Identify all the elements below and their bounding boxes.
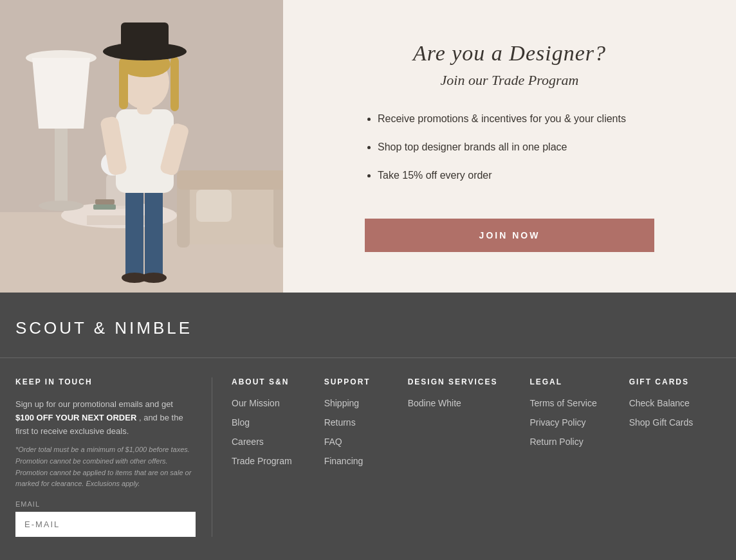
hero-title: Are you a Designer? [413, 41, 606, 66]
benefit-item-2: Shop top designer brands all in one plac… [378, 140, 654, 155]
about-link-2[interactable]: Careers [232, 437, 292, 447]
keep-in-touch-highlight: $100 OFF YOUR NEXT ORDER [15, 413, 136, 422]
benefits-list: Receive promotions & incentives for you … [365, 111, 654, 196]
svg-rect-13 [125, 183, 143, 280]
svg-point-7 [39, 201, 84, 211]
about-link-0[interactable]: Our Mission [232, 398, 292, 408]
about-link-1[interactable]: Blog [232, 417, 292, 428]
support-title: SUPPORT [324, 377, 376, 386]
join-now-button[interactable]: JOIN NOW [365, 219, 654, 252]
footer-columns: KEEP IN TOUCH Sign up for our promotiona… [0, 377, 736, 537]
svg-rect-31 [196, 190, 232, 222]
top-section: Are you a Designer? Join our Trade Progr… [0, 0, 736, 293]
support-link-3[interactable]: Financing [324, 456, 376, 466]
about-title: ABOUT S&N [232, 377, 292, 386]
hero-image [0, 0, 283, 293]
legal-link-2[interactable]: Return Policy [529, 437, 596, 447]
svg-point-26 [141, 273, 167, 283]
legal-link-0[interactable]: Terms of Service [529, 398, 596, 408]
support-link-1[interactable]: Returns [324, 417, 376, 428]
benefit-item-3: Take 15% off every order [378, 168, 654, 183]
footer-legal: LEGAL Terms of Service Privacy Policy Re… [510, 377, 609, 537]
svg-rect-22 [170, 57, 179, 111]
svg-rect-24 [121, 23, 169, 55]
trade-subtitle: Join our Trade Program [441, 72, 579, 89]
keep-in-touch-text1: Sign up for our promotional emails and g… [15, 399, 173, 409]
footer-logo: SCOUT & NIMBLE [0, 318, 736, 357]
svg-rect-6 [55, 129, 68, 206]
design-services-link-0[interactable]: Bodine White [408, 398, 498, 408]
keep-in-touch-description: Sign up for our promotional emails and g… [15, 398, 192, 438]
legal-link-1[interactable]: Privacy Policy [529, 417, 596, 428]
svg-rect-30 [177, 170, 283, 190]
legal-title: LEGAL [529, 377, 596, 386]
footer: SCOUT & NIMBLE KEEP IN TOUCH Sign up for… [0, 293, 736, 560]
about-link-3[interactable]: Trade Program [232, 456, 292, 466]
footer-support: SUPPORT Shipping Returns FAQ Financing [305, 377, 389, 537]
hero-content: Are you a Designer? Join our Trade Progr… [283, 0, 736, 293]
svg-marker-5 [32, 58, 90, 129]
benefit-item-1: Receive promotions & incentives for you … [378, 111, 654, 127]
keep-in-touch-fine-print: *Order total must be a minimum of $1,000… [15, 444, 192, 489]
support-link-2[interactable]: FAQ [324, 437, 376, 447]
svg-rect-14 [145, 183, 163, 280]
svg-rect-32 [93, 204, 116, 210]
svg-rect-21 [119, 58, 128, 109]
support-link-0[interactable]: Shipping [324, 398, 376, 408]
design-services-title: DESIGN SERVICES [408, 377, 498, 386]
gift-cards-link-1[interactable]: Shop Gift Cards [629, 417, 694, 428]
hero-image-placeholder [0, 0, 283, 293]
footer-keep-in-touch: KEEP IN TOUCH Sign up for our promotiona… [0, 377, 212, 537]
footer-links-grid: ABOUT S&N Our Mission Blog Careers Trade… [212, 377, 736, 537]
gift-cards-link-0[interactable]: Check Balance [629, 398, 694, 408]
footer-divider [0, 357, 736, 358]
footer-gift-cards: GIFT CARDS Check Balance Shop Gift Cards [610, 377, 706, 537]
footer-design-services: DESIGN SERVICES Bodine White [389, 377, 511, 537]
gift-cards-title: GIFT CARDS [629, 377, 694, 386]
hero-illustration [0, 0, 283, 293]
email-input[interactable] [15, 512, 196, 537]
svg-rect-33 [95, 199, 115, 204]
footer-about: ABOUT S&N Our Mission Blog Careers Trade… [212, 377, 305, 537]
email-label: Email [15, 500, 192, 508]
keep-in-touch-title: KEEP IN TOUCH [15, 377, 192, 386]
